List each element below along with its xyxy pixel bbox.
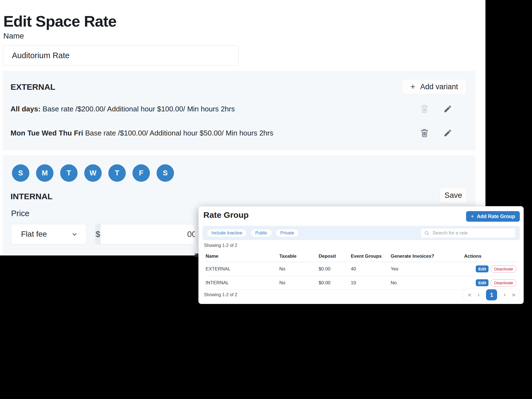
variant-days: Mon Tue Wed Thu Fri: [11, 129, 83, 137]
pagination-current-page[interactable]: 1: [486, 289, 497, 300]
variant-description: Mon Tue Wed Thu Fri Base rate /$100.00/ …: [11, 129, 420, 137]
add-rate-group-label: Add Rate Group: [477, 214, 515, 219]
filter-bar: Include Inactive Public Private: [203, 226, 520, 240]
screen: Edit Space Rate Name EXTERNAL + Add vari…: [0, 0, 532, 399]
variant-actions: [420, 128, 452, 138]
cell-event-groups: 10: [350, 280, 390, 286]
search-input[interactable]: [432, 230, 512, 236]
day-toggle-friday[interactable]: F: [132, 164, 150, 182]
variant-actions: [420, 104, 452, 114]
day-toggle-wednesday[interactable]: W: [84, 164, 102, 182]
variant-row: Mon Tue Wed Thu Fri Base rate /$100.00/ …: [11, 128, 468, 138]
price-input[interactable]: [101, 224, 195, 244]
variant-days: All days:: [11, 105, 40, 113]
table-header-row: Name Taxable Deposit Event Groups Genera…: [205, 251, 517, 262]
column-header-taxable: Taxable: [278, 254, 318, 259]
column-header-name: Name: [205, 254, 278, 259]
filter-include-inactive[interactable]: Include Inactive: [207, 229, 247, 237]
day-toggle-monday[interactable]: M: [36, 164, 53, 182]
column-header-actions: Actions: [463, 254, 517, 259]
delete-variant-icon[interactable]: [420, 128, 429, 138]
cell-event-groups: 40: [350, 266, 390, 272]
pagination-previous[interactable]: ‹: [478, 292, 480, 298]
pagination-next[interactable]: ›: [503, 292, 505, 298]
variant-description: All days: Base rate /$200.00/ Additional…: [11, 105, 420, 113]
external-heading: EXTERNAL: [11, 82, 55, 92]
add-variant-button[interactable]: + Add variant: [402, 79, 467, 94]
pagination-first[interactable]: «: [468, 292, 471, 298]
plus-icon: +: [410, 82, 415, 91]
weekday-selector: S M T W T F S: [12, 164, 174, 182]
cell-generate-invoices: No: [390, 280, 463, 286]
external-rate-panel: EXTERNAL + Add variant All days: Base ra…: [3, 71, 475, 150]
column-header-deposit: Deposit: [318, 254, 350, 259]
page-title: Edit Space Rate: [3, 12, 116, 30]
day-toggle-saturday[interactable]: S: [157, 164, 174, 182]
save-button[interactable]: Save: [440, 187, 467, 203]
deactivate-button[interactable]: Deactivate: [491, 265, 516, 273]
table-row: INTERNAL No $0.00 10 No Edit Deactivate: [205, 276, 517, 290]
table-row: EXTERNAL No $0.00 40 Yes Edit Deactivate: [205, 262, 517, 276]
name-input[interactable]: [3, 45, 239, 65]
results-count-bottom: Showing 1-2 of 2: [204, 292, 237, 297]
price-label: Price: [11, 209, 29, 218]
plus-icon: +: [471, 213, 474, 220]
day-toggle-tuesday[interactable]: T: [60, 164, 78, 182]
cell-taxable: No: [278, 280, 318, 286]
filter-private[interactable]: Private: [276, 229, 299, 237]
add-rate-group-button[interactable]: + Add Rate Group: [466, 211, 520, 222]
cell-actions: Edit Deactivate: [463, 265, 517, 273]
day-toggle-thursday[interactable]: T: [108, 164, 126, 182]
delete-variant-icon[interactable]: [420, 104, 429, 114]
column-header-generate-invoices: Generate Invoices?: [390, 254, 463, 259]
pagination-last[interactable]: »: [512, 292, 515, 298]
day-toggle-sunday[interactable]: S: [12, 164, 29, 182]
cell-actions: Edit Deactivate: [463, 279, 517, 287]
edit-button[interactable]: Edit: [476, 279, 488, 286]
currency-prefix: $: [96, 224, 101, 244]
column-header-event-groups: Event Groups: [350, 254, 390, 259]
edit-variant-icon[interactable]: [443, 104, 452, 114]
add-variant-label: Add variant: [420, 83, 458, 91]
variant-rate-text: Base rate /$100.00/ Additional hour $50.…: [83, 129, 273, 137]
cell-name: EXTERNAL: [205, 266, 278, 272]
internal-heading: INTERNAL: [11, 192, 53, 201]
cell-taxable: No: [278, 266, 318, 272]
search-icon: [424, 231, 429, 236]
search-box: [421, 228, 516, 238]
cell-name: INTERNAL: [205, 280, 278, 286]
variant-row: All days: Base rate /$200.00/ Additional…: [11, 104, 468, 114]
cell-generate-invoices: Yes: [390, 266, 463, 272]
pagination: « ‹ 1 › »: [463, 289, 520, 301]
filter-public[interactable]: Public: [250, 229, 272, 237]
cell-deposit: $0.00: [318, 280, 350, 286]
price-input-group: $: [95, 224, 195, 244]
rate-group-title: Rate Group: [203, 210, 249, 220]
chevron-down-icon: [71, 231, 78, 237]
price-type-select[interactable]: Flat fee: [11, 224, 86, 244]
rate-group-table: Name Taxable Deposit Event Groups Genera…: [205, 251, 517, 290]
edit-variant-icon[interactable]: [443, 128, 452, 138]
rate-group-window: Rate Group + Add Rate Group Include Inac…: [198, 206, 524, 304]
edit-button[interactable]: Edit: [476, 265, 488, 272]
results-count-top: Showing 1-2 of 2: [204, 243, 237, 248]
price-type-value: Flat fee: [21, 230, 47, 239]
name-label: Name: [3, 32, 24, 40]
cell-deposit: $0.00: [318, 266, 350, 272]
deactivate-button[interactable]: Deactivate: [491, 279, 516, 287]
variant-rate-text: Base rate /$200.00/ Additional hour $100…: [40, 105, 235, 113]
